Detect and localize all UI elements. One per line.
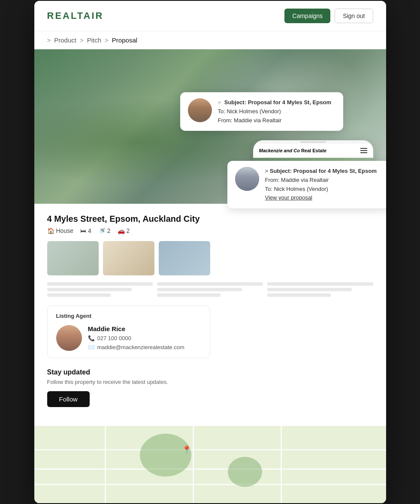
listing-agent-label: Listing Agent bbox=[56, 313, 201, 319]
email-icon: ✉️ bbox=[88, 344, 95, 350]
feature-beds: 🛏 4 bbox=[80, 227, 91, 234]
stay-updated-section: Stay updated Follow this property to rec… bbox=[47, 368, 373, 407]
email-sender-avatar-2 bbox=[235, 167, 259, 191]
stay-updated-description: Follow this property to receive the late… bbox=[47, 379, 373, 385]
main-content: > Subject: Proposal for 4 Myles St, Epso… bbox=[34, 204, 386, 426]
email-sender-avatar-1 bbox=[188, 98, 212, 122]
breadcrumb-sep-2: > bbox=[105, 36, 109, 44]
property-features: 🏠 House 🛏 4 🚿 2 🚗 2 bbox=[47, 227, 373, 234]
property-description-skeleton bbox=[47, 282, 373, 297]
email-subject-2: Subject: Proposal for 4 Myles St, Epsom bbox=[270, 168, 377, 174]
car-icon: 🚗 bbox=[118, 227, 125, 234]
map-area: 📍 bbox=[34, 426, 386, 503]
header-buttons: Campaigns Sign out bbox=[284, 9, 373, 23]
header: REALTAIR Campaigns Sign out bbox=[34, 1, 386, 31]
feature-type: 🏠 House bbox=[47, 227, 73, 234]
house-icon: 🏠 bbox=[47, 227, 54, 234]
agent-avatar bbox=[56, 325, 82, 351]
feature-parking: 🚗 2 bbox=[118, 227, 130, 234]
thumbnail-2[interactable] bbox=[103, 241, 154, 275]
feature-baths: 🚿 2 bbox=[98, 227, 111, 234]
bath-icon: 🚿 bbox=[98, 227, 106, 234]
follow-button[interactable]: Follow bbox=[47, 391, 90, 407]
view-proposal-link[interactable]: View your proposal bbox=[265, 194, 312, 201]
email-text-1: > Subject: Proposal for 4 Myles St, Epso… bbox=[218, 98, 331, 125]
email-text-2: > Subject: Proposal for 4 Myles St, Epso… bbox=[265, 167, 377, 202]
email-subject-1: Subject: Proposal for 4 Myles St, Epsom bbox=[224, 99, 331, 106]
property-thumbnails bbox=[47, 241, 373, 275]
bed-icon: 🛏 bbox=[80, 227, 86, 234]
breadcrumb-proposal: Proposal bbox=[112, 36, 137, 44]
map-pin: 📍 bbox=[182, 445, 191, 455]
agent-email: ✉️ maddie@mackenzierealestate.com bbox=[88, 344, 184, 350]
thumbnail-1[interactable] bbox=[47, 241, 99, 275]
hamburger-icon[interactable] bbox=[360, 148, 367, 153]
breadcrumb-sep-1: > bbox=[80, 36, 84, 44]
breadcrumb: > Product > Pitch > Proposal bbox=[34, 31, 386, 49]
breadcrumb-product[interactable]: Product bbox=[54, 36, 76, 44]
campaigns-button[interactable]: Campaigns bbox=[284, 9, 330, 23]
email-to-2: To: Nick Holmes (Vendor) bbox=[265, 185, 377, 194]
breadcrumb-pitch[interactable]: Pitch bbox=[87, 36, 101, 44]
email-from-2: From: Maddie via Realtair bbox=[265, 176, 377, 185]
agent-details: Maddie Rice 📞 027 100 0000 ✉️ maddie@mac… bbox=[88, 325, 184, 350]
email-to-1: To: Nick Holmes (Vendor) bbox=[218, 108, 281, 115]
email-notification-1: > Subject: Proposal for 4 Myles St, Epso… bbox=[180, 92, 343, 131]
property-address: 4 Myles Street, Epsom, Auckland City bbox=[47, 214, 373, 224]
agent-phone: 📞 027 100 0000 bbox=[88, 335, 184, 341]
agent-name: Maddie Rice bbox=[88, 325, 184, 332]
logo: REALTAIR bbox=[47, 10, 104, 21]
signout-button[interactable]: Sign out bbox=[335, 9, 373, 23]
phone-logo: Mackenzie and Co Real Estate bbox=[259, 148, 327, 153]
stay-updated-title: Stay updated bbox=[47, 368, 373, 376]
listing-agent-section: Listing Agent Maddie Rice 📞 027 100 0000… bbox=[47, 305, 210, 358]
email-from-1: From: Maddie via Realtair bbox=[218, 117, 282, 124]
agent-info: Maddie Rice 📞 027 100 0000 ✉️ maddie@mac… bbox=[56, 325, 201, 351]
email-notification-2: > Subject: Proposal for 4 Myles St, Epso… bbox=[227, 161, 386, 208]
thumbnail-3[interactable] bbox=[159, 241, 210, 275]
phone-icon: 📞 bbox=[88, 335, 95, 341]
breadcrumb-separator: > bbox=[47, 36, 51, 44]
